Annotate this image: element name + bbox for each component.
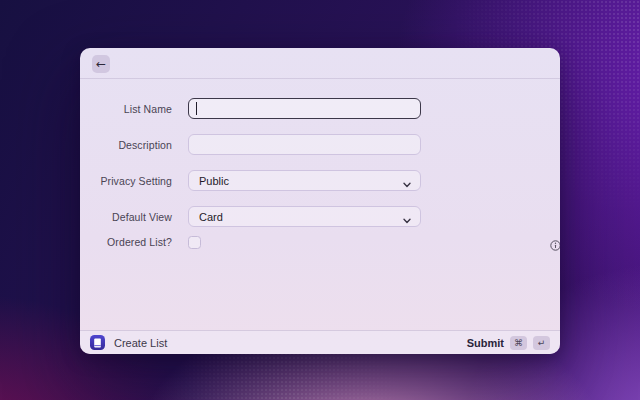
command-key-icon[interactable]: ⌘ bbox=[510, 336, 527, 350]
list-name-input[interactable] bbox=[188, 98, 421, 119]
footer-title: Create List bbox=[114, 337, 167, 349]
privacy-setting-label: Privacy Setting bbox=[80, 175, 188, 187]
default-view-value: Card bbox=[199, 211, 223, 223]
form-row-list-name: List Name bbox=[80, 98, 560, 119]
form-row-privacy-setting: Privacy Setting Public bbox=[80, 170, 560, 191]
create-list-window: ← List Name Description Privacy Setting bbox=[80, 48, 560, 354]
back-arrow-icon: ← bbox=[96, 57, 106, 71]
book-icon bbox=[90, 335, 105, 350]
info-icon[interactable] bbox=[550, 237, 560, 248]
return-key-icon[interactable]: ↵ bbox=[533, 336, 550, 350]
submit-button[interactable]: Submit bbox=[467, 337, 504, 349]
default-view-select[interactable]: Card bbox=[188, 206, 421, 227]
chevron-down-icon bbox=[403, 178, 411, 190]
back-button[interactable]: ← bbox=[92, 55, 110, 73]
form-row-ordered-list: Ordered List? bbox=[80, 235, 560, 249]
form-row-default-view: Default View Card bbox=[80, 206, 560, 227]
description-input[interactable] bbox=[188, 134, 421, 155]
ordered-list-checkbox[interactable] bbox=[188, 236, 201, 249]
description-label: Description bbox=[80, 139, 188, 151]
create-list-form: List Name Description Privacy Setting Pu… bbox=[80, 79, 560, 249]
privacy-setting-select[interactable]: Public bbox=[188, 170, 421, 191]
footer-action-bar: Create List Submit ⌘ ↵ bbox=[80, 330, 560, 354]
text-cursor bbox=[196, 102, 197, 115]
ordered-list-label: Ordered List? bbox=[80, 236, 188, 248]
form-row-description: Description bbox=[80, 134, 560, 155]
list-name-label: List Name bbox=[80, 103, 188, 115]
privacy-setting-value: Public bbox=[199, 175, 229, 187]
desktop-background: ← List Name Description Privacy Setting bbox=[0, 0, 640, 400]
window-header: ← bbox=[80, 48, 560, 79]
chevron-down-icon bbox=[403, 214, 411, 226]
default-view-label: Default View bbox=[80, 211, 188, 223]
